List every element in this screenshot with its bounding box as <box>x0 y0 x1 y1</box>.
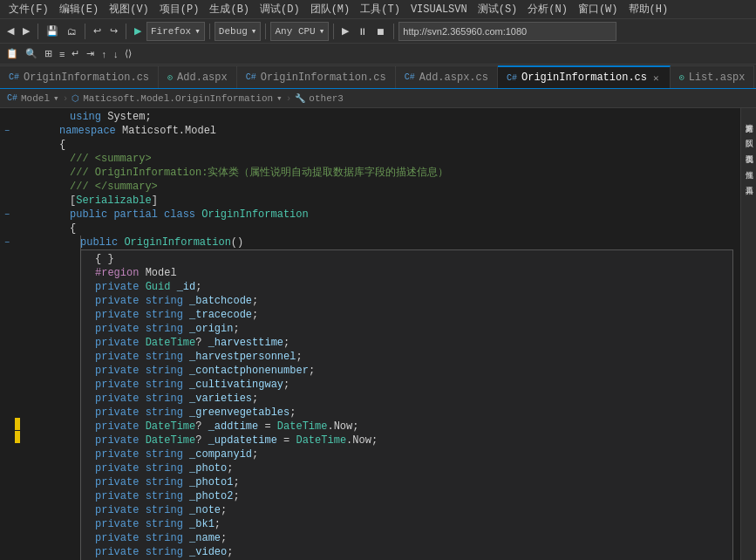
toolbar2-btn-6[interactable]: ⇥ <box>84 47 97 60</box>
forward-button[interactable]: ▶ <box>19 22 33 41</box>
menu-help[interactable]: 帮助(H) <box>623 2 674 17</box>
code-line-30: private string _bk1; <box>85 517 729 531</box>
minus-icon-3[interactable]: − <box>4 238 10 248</box>
tab-add-aspx[interactable]: ⊙ Add.aspx <box>159 65 237 88</box>
minus-icon-2[interactable]: − <box>4 210 10 220</box>
menu-project[interactable]: 项目(P) <box>154 2 205 17</box>
run-button[interactable]: ▶ <box>131 22 145 41</box>
gutter-space-6 <box>0 194 14 208</box>
tab-add-aspx-cs[interactable]: C# Add.aspx.cs <box>396 65 498 88</box>
toolbar2-btn-9[interactable]: ⟨⟩ <box>122 47 134 60</box>
tab-origininformation-2[interactable]: C# OriginInformation.cs <box>237 65 396 88</box>
menu-edit[interactable]: 编辑(E) <box>54 2 105 17</box>
code-line-10: public OriginInformation() <box>59 236 740 249</box>
breadcrumb-dropdown-1[interactable]: ▾ <box>53 92 59 104</box>
code-editor[interactable]: using System; namespace Maticsoft.Model … <box>56 108 740 560</box>
code-line-31: private string _name; <box>85 531 729 545</box>
collapse-icon-class[interactable]: − <box>0 208 14 222</box>
browser-dropdown[interactable]: Firefox ▾ <box>146 22 205 41</box>
tab-label-1: OriginInformation.cs <box>24 72 149 84</box>
undo-button[interactable]: ↩ <box>90 22 105 41</box>
gutter-space-3 <box>0 152 14 166</box>
main-layout: − − − <box>0 108 756 560</box>
redo-button[interactable]: ↪ <box>106 22 121 41</box>
save-button[interactable]: 💾 <box>43 22 62 41</box>
sidebar-solution-explorer[interactable]: 解决方案 <box>742 112 756 124</box>
breadcrumb-class[interactable]: Maticsoft.Model.OriginInformation ▾ <box>83 92 282 104</box>
toolbar-btn-b[interactable]: ⏸ <box>354 22 371 41</box>
toolbar-btn-a[interactable]: ▶ <box>338 22 352 41</box>
code-line-13: private Guid _id; <box>85 280 729 294</box>
sidebar-properties[interactable]: 属性 <box>742 159 756 171</box>
menu-debug[interactable]: 调试(D) <box>255 2 305 17</box>
line-num-2 <box>21 124 49 138</box>
code-line-17: private DateTime? _harvesttime; <box>85 336 729 350</box>
line-num-32 <box>21 543 49 557</box>
tab-list-aspx[interactable]: ⊙ List.aspx <box>671 65 755 88</box>
sidebar-toolbox[interactable]: 工具箱 <box>742 174 756 187</box>
toolbar2-btn-5[interactable]: ↵ <box>69 47 82 60</box>
code-line-3: { <box>59 138 740 152</box>
menu-view[interactable]: 视图(V) <box>104 2 154 17</box>
tab-origininformation-1[interactable]: C# OriginInformation.cs <box>0 65 159 88</box>
menu-build[interactable]: 生成(B) <box>204 2 255 17</box>
line-num-8 <box>21 208 49 222</box>
toolbar2-btn-2[interactable]: 🔍 <box>23 47 40 60</box>
url-input[interactable] <box>398 22 616 41</box>
tab-label-3: OriginInformation.cs <box>261 72 386 84</box>
second-toolbar: 📋 🔍 ⊞ ≡ ↵ ⇥ ↑ ↓ ⟨⟩ <box>0 44 756 65</box>
bookmark-area-top <box>14 110 21 417</box>
line-num-6 <box>21 180 49 194</box>
menu-file[interactable]: 文件(F) <box>3 2 54 17</box>
toolbar2-btn-8[interactable]: ↓ <box>111 48 121 60</box>
line-num-12 <box>21 263 49 277</box>
menu-analyze[interactable]: 分析(N) <box>522 2 573 17</box>
main-toolbar: ◀ ▶ 💾 🗂 ↩ ↪ ▶ Firefox ▾ Debug ▾ Any CPU … <box>0 19 756 44</box>
code-line-14: private string _batchcode; <box>85 294 729 308</box>
menu-window[interactable]: 窗口(W) <box>573 2 623 17</box>
line-num-30 <box>21 515 49 529</box>
code-line-6: /// </summary> <box>59 180 740 194</box>
code-line-18: private string _harvestpersonnel; <box>85 350 729 364</box>
debug-mode-dropdown[interactable]: Debug ▾ <box>215 22 262 41</box>
tab-icon-1: C# <box>9 72 19 82</box>
breadcrumb-sep-2: › <box>286 93 292 104</box>
breadcrumb-namespace[interactable]: Model ▾ <box>21 92 59 104</box>
code-line-29: private string _note; <box>85 503 729 517</box>
breadcrumb-dropdown-2[interactable]: ▾ <box>276 92 283 104</box>
cpu-dropdown-arrow: ▾ <box>319 25 325 37</box>
code-region-box: { } #region Model private Guid _id; priv… <box>80 249 733 560</box>
toolbar2-btn-3[interactable]: ⊞ <box>42 47 55 60</box>
line-num-13 <box>21 277 49 291</box>
menu-team[interactable]: 团队(M) <box>305 2 356 17</box>
menu-visualsvn[interactable]: VISUALSVN <box>405 3 473 16</box>
collapse-icon-constructor[interactable]: − <box>0 236 14 249</box>
toolbar2-btn-4[interactable]: ≡ <box>57 48 67 60</box>
collapse-icon-namespace[interactable]: − <box>0 124 14 138</box>
toolbar2-btn-7[interactable]: ↑ <box>99 48 109 60</box>
back-button[interactable]: ◀ <box>3 22 17 41</box>
line-num-20 <box>21 375 49 389</box>
code-line-7: [Serializable] <box>59 194 740 208</box>
tab-origininformation-active[interactable]: C# OriginInformation.cs ✕ <box>498 65 671 88</box>
sidebar-class-view[interactable]: 类视图 <box>742 143 756 155</box>
minus-icon-1[interactable]: − <box>4 126 10 136</box>
sidebar-team-explorer[interactable]: 团队 <box>742 127 756 140</box>
line-num-14 <box>21 291 49 305</box>
line-num-9 <box>21 222 49 236</box>
tab-close-button[interactable]: ✕ <box>651 72 661 84</box>
breadcrumb-member[interactable]: other3 <box>309 93 344 104</box>
toolbar-btn-c[interactable]: ⏹ <box>372 22 389 41</box>
menu-test[interactable]: 测试(S) <box>473 2 523 17</box>
tab-label-4: Add.aspx.cs <box>419 72 488 84</box>
tab-icon-6: ⊙ <box>679 72 684 83</box>
toolbar2-btn-1[interactable]: 📋 <box>3 47 21 60</box>
line-num-18 <box>21 347 49 361</box>
menu-tools[interactable]: 工具(T) <box>355 2 405 17</box>
line-num-10 <box>21 236 49 249</box>
save-all-button[interactable]: 🗂 <box>64 22 80 41</box>
menu-bar: 文件(F) 编辑(E) 视图(V) 项目(P) 生成(B) 调试(D) 团队(M… <box>0 0 756 19</box>
cpu-dropdown[interactable]: Any CPU ▾ <box>270 22 329 41</box>
breadcrumb-sep-1: › <box>63 93 69 104</box>
breadcrumb-class-label: Maticsoft.Model.OriginInformation <box>83 93 273 104</box>
